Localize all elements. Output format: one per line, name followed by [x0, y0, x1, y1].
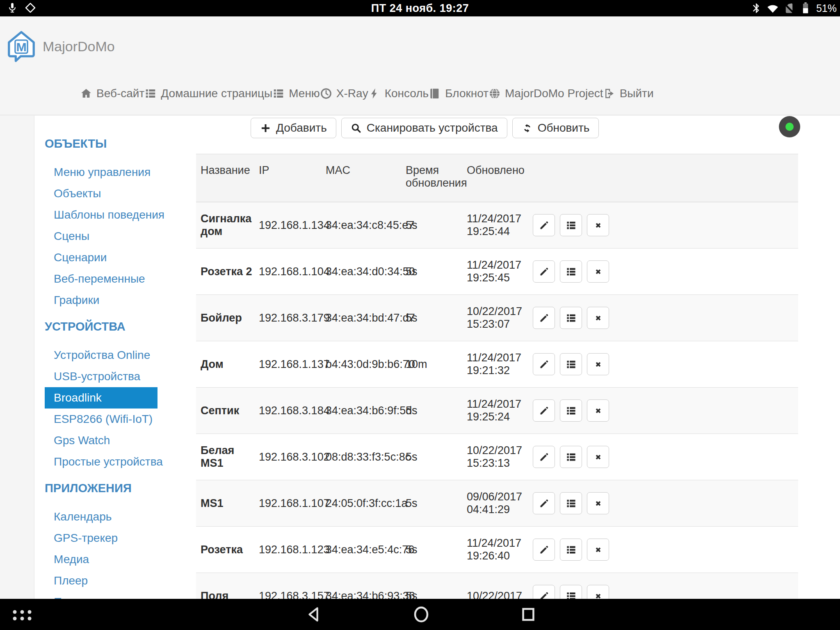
- edit-button[interactable]: [533, 399, 555, 422]
- sidebar-section: ПРИЛОЖЕНИЯКалендарьGPS-трекерМедиаПлеерП…: [34, 481, 190, 599]
- column-header: Время обновления: [406, 154, 467, 202]
- nav-item-home-pages[interactable]: Домашние страницы: [144, 87, 272, 100]
- delete-button[interactable]: [587, 260, 609, 283]
- sidebar-item-control-menu[interactable]: Меню управления: [34, 162, 190, 183]
- row-actions-cell: [533, 295, 798, 341]
- details-button[interactable]: [560, 539, 582, 561]
- sidebar-item-media[interactable]: Медиа: [34, 549, 190, 570]
- delete-button[interactable]: [587, 399, 609, 422]
- sidebar-item-devices-online[interactable]: Устройства Online: [34, 345, 190, 366]
- updated-date: 09/06/2017: [467, 491, 533, 503]
- details-button[interactable]: [560, 260, 582, 283]
- device-name: Поля: [196, 573, 259, 599]
- nav-item-label: Меню: [289, 87, 320, 100]
- delete-button[interactable]: [587, 353, 609, 375]
- sidebar-item-esp8266[interactable]: ESP8266 (Wifi-IoT): [34, 409, 190, 430]
- sidebar-item-scenes[interactable]: Сцены: [34, 226, 190, 247]
- book-icon: [429, 87, 441, 100]
- table-row: Бойлер192.168.3.17934:ea:34:bd:47:d75s10…: [196, 295, 798, 341]
- updated-time: 19:25:44: [467, 225, 533, 238]
- device-updated: 11/24/201719:25:45: [467, 249, 533, 295]
- nav-item-xray[interactable]: X-Ray: [320, 87, 368, 100]
- nav-item-label: Выйти: [620, 87, 654, 100]
- row-actions-cell: [533, 573, 798, 599]
- updated-date: 10/22/2017: [467, 305, 533, 318]
- device-interval: 5s: [406, 295, 467, 341]
- sidebar-item-gps-watch[interactable]: Gps Watch: [34, 430, 190, 451]
- edit-button[interactable]: [533, 353, 555, 375]
- sidebar-item-charts[interactable]: Графики: [34, 290, 190, 311]
- android-back-button[interactable]: [305, 605, 324, 624]
- nav-item-project[interactable]: MajorDoMo Project: [488, 87, 603, 100]
- content-panel: ОБЪЕКТЫМеню управленияОбъектыШаблоны пов…: [34, 116, 840, 599]
- svg-text:M: M: [16, 40, 26, 54]
- add-button[interactable]: Добавить: [251, 118, 336, 138]
- edit-button[interactable]: [533, 446, 555, 468]
- table-header-row: НазваниеIPMACВремя обновленияОбновлено: [196, 154, 798, 202]
- sidebar-section-title: ОБЪЕКТЫ: [34, 136, 190, 151]
- sidebar-item-products[interactable]: Продукты: [34, 591, 190, 599]
- row-actions-cell: [533, 249, 798, 295]
- edit-button[interactable]: [533, 214, 555, 236]
- sidebar-item-usb-devices[interactable]: USB-устройства: [34, 366, 190, 387]
- battery-icon: [800, 2, 811, 14]
- device-mac: 34:ea:34:d0:34:50: [326, 249, 406, 295]
- nav-item-console[interactable]: Консоль: [368, 87, 429, 100]
- details-button[interactable]: [560, 353, 582, 375]
- delete-button[interactable]: [587, 446, 609, 468]
- sidebar-section: УСТРОЙСТВАУстройства OnlineUSB-устройств…: [34, 319, 190, 472]
- device-interval: 5s: [406, 480, 467, 527]
- android-home-button[interactable]: [412, 605, 431, 624]
- bolt-icon: [368, 87, 381, 100]
- sidebar-item-player[interactable]: Плеер: [34, 570, 190, 591]
- sidebar-item-objects[interactable]: Объекты: [34, 183, 190, 204]
- edit-button[interactable]: [533, 260, 555, 283]
- details-button[interactable]: [560, 399, 582, 422]
- nav-item-notebook[interactable]: Блокнот: [429, 87, 488, 100]
- sidebar-item-web-variables[interactable]: Веб-переменные: [34, 268, 190, 290]
- edit-button[interactable]: [533, 492, 555, 514]
- nav-item-website[interactable]: Веб-сайт: [80, 87, 144, 100]
- device-updated: 10/22/201715:23:07: [467, 295, 533, 341]
- device-interval: 5s: [406, 388, 467, 434]
- updated-time: 15:23:13: [467, 457, 533, 470]
- nav-item-label: Веб-сайт: [96, 87, 144, 100]
- edit-button[interactable]: [533, 585, 555, 599]
- sidebar-item-gps-tracker[interactable]: GPS-трекер: [34, 527, 190, 549]
- updated-date: 11/24/2017: [467, 352, 533, 364]
- sidebar-item-simple-devices[interactable]: Простые устройства: [34, 451, 190, 472]
- details-button[interactable]: [560, 307, 582, 329]
- delete-button[interactable]: [587, 539, 609, 561]
- device-ip: 192.168.1.107: [259, 480, 326, 527]
- details-button[interactable]: [560, 446, 582, 468]
- sidebar-item-scenarios[interactable]: Сценарии: [34, 247, 190, 268]
- menu-dots-icon[interactable]: [11, 608, 34, 621]
- delete-button[interactable]: [587, 492, 609, 514]
- android-recents-button[interactable]: [519, 605, 538, 624]
- details-button[interactable]: [560, 585, 582, 599]
- updated-date: 11/24/2017: [467, 212, 533, 225]
- devices-table: НазваниеIPMACВремя обновленияОбновлено С…: [196, 154, 798, 599]
- nav-item-menu[interactable]: Меню: [272, 87, 320, 100]
- sidebar-item-broadlink[interactable]: Broadlink: [45, 387, 158, 409]
- column-header: Название: [196, 154, 259, 202]
- delete-button[interactable]: [587, 585, 609, 599]
- refresh-button[interactable]: Обновить: [512, 118, 599, 138]
- table-row: Поля192.168.3.15734:ea:34:b6:93:365s10/2…: [196, 573, 798, 599]
- device-updated: 11/24/201719:25:44: [467, 202, 533, 249]
- delete-button[interactable]: [587, 307, 609, 329]
- sidebar-item-behavior-templates[interactable]: Шаблоны поведения: [34, 204, 190, 226]
- device-updated: 11/24/201719:26:40: [467, 527, 533, 573]
- device-name: MS1: [196, 480, 259, 527]
- details-button[interactable]: [560, 214, 582, 236]
- nav-item-logout[interactable]: Выйти: [603, 87, 654, 100]
- details-button[interactable]: [560, 492, 582, 514]
- edit-button[interactable]: [533, 539, 555, 561]
- table-row: Белая MS1192.168.3.10208:d8:33:f3:5c:8c5…: [196, 434, 798, 480]
- delete-button[interactable]: [587, 214, 609, 236]
- row-actions-cell: [533, 434, 798, 480]
- scan-button[interactable]: Сканировать устройства: [341, 118, 507, 138]
- sidebar-item-calendar[interactable]: Календарь: [34, 506, 190, 527]
- edit-button[interactable]: [533, 307, 555, 329]
- table-row: Розетка192.168.1.12334:ea:34:e5:4c:765s1…: [196, 527, 798, 573]
